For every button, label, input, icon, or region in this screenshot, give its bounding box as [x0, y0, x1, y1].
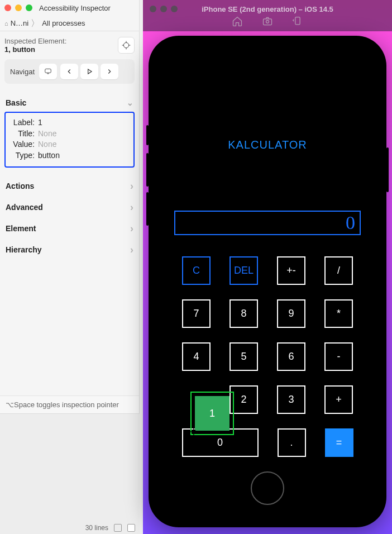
nav-prev-button[interactable] [60, 64, 78, 79]
traffic-lights [4, 4, 32, 11]
inspector-body: Inspected Element: 1, button Navigat [0, 31, 139, 395]
chevron-right-icon: › [130, 202, 133, 212]
screenshot-icon[interactable] [262, 16, 273, 27]
sim-zoom-button[interactable] [171, 6, 178, 12]
section-advanced[interactable]: Advanced› [4, 197, 135, 218]
chevron-right-icon: › [130, 245, 133, 255]
close-window-button[interactable] [4, 4, 11, 11]
status-icon-2[interactable] [127, 524, 135, 532]
basic-row-value: Value:None [11, 139, 128, 150]
svg-rect-5 [45, 69, 51, 73]
svg-rect-7 [264, 18, 272, 25]
key-9[interactable]: 9 [277, 299, 305, 328]
key-6[interactable]: 6 [277, 342, 305, 371]
section-element[interactable]: Element› [4, 218, 135, 239]
section-basic-header[interactable]: Basic ⌄ [4, 94, 135, 112]
chevron-down-icon: ⌄ [127, 98, 133, 107]
play-icon [85, 68, 93, 75]
simulator-titlebar: iPhone SE (2nd generation) – iOS 14.5 [143, 0, 392, 31]
phone-frame: KALCULATOR 0 C DEL +- / 7 8 9 * 4 [149, 36, 386, 527]
simulator-title: iPhone SE (2nd generation) – iOS 14.5 [202, 5, 333, 13]
key-minus[interactable]: - [324, 342, 353, 371]
rotate-icon[interactable] [292, 16, 303, 27]
app-title: KALCULATOR [159, 139, 376, 151]
speak-button[interactable] [39, 64, 57, 79]
chevron-right-icon: 〉 [31, 19, 40, 28]
inspected-element-row: Inspected Element: 1, button [4, 37, 135, 54]
mute-switch [146, 125, 149, 145]
key-dot[interactable]: . [278, 428, 306, 457]
basic-properties-box: Label:1 Title:None Value:None Type:butto… [4, 112, 135, 168]
breadcrumb[interactable]: ⌂ N…ni 〉 All processes [0, 16, 139, 31]
crosshair-icon [122, 41, 131, 50]
target-picker-button[interactable] [118, 37, 135, 54]
editor-status: 30 lines [85, 524, 135, 532]
home-icon[interactable] [232, 16, 243, 27]
key-multiply[interactable]: * [324, 299, 353, 328]
chevron-right-icon [106, 68, 113, 75]
inspected-label: Inspected Element: [4, 37, 66, 45]
volume-up [146, 153, 149, 187]
inspector-panel: Accessibility Inspector ⌂ N…ni 〉 All pro… [0, 0, 140, 413]
svg-point-8 [266, 20, 269, 23]
nav-next-button[interactable] [101, 64, 118, 79]
zoom-window-button[interactable] [26, 4, 32, 11]
key-2[interactable]: 2 [230, 385, 258, 414]
chevron-left-icon [65, 68, 73, 75]
sim-minimize-button[interactable] [160, 6, 167, 12]
chevron-right-icon: › [130, 223, 133, 233]
key-7[interactable]: 7 [182, 299, 211, 328]
key-plus[interactable]: + [324, 385, 353, 414]
status-icon-1[interactable] [114, 524, 122, 532]
speech-bubble-icon [44, 68, 52, 75]
navigation-label: Navigat [9, 68, 36, 76]
key-equals[interactable]: = [325, 428, 353, 457]
power-button [386, 147, 389, 192]
basic-row-type: Type:button [11, 150, 128, 161]
section-basic-label: Basic [6, 98, 26, 107]
simulator-window: iPhone SE (2nd generation) – iOS 14.5 KA… [143, 0, 392, 534]
line-count: 30 lines [85, 524, 108, 532]
key-plusminus[interactable]: +- [277, 256, 305, 285]
inspected-value: 1, button [4, 45, 66, 54]
section-actions[interactable]: Actions› [4, 175, 135, 197]
key-divide[interactable]: / [324, 256, 353, 285]
editor-lower-strip: 30 lines [0, 413, 140, 534]
simulator-toolbar [232, 16, 303, 27]
keypad: C DEL +- / 7 8 9 * 4 5 6 - 2 [172, 256, 363, 457]
navigation-bar: Navigat [4, 59, 135, 84]
nav-play-button[interactable] [80, 64, 98, 79]
phone-screen: KALCULATOR 0 C DEL +- / 7 8 9 * 4 [159, 61, 376, 460]
inspector-title: Accessibility Inspector [39, 4, 111, 12]
basic-row-label: Label:1 [11, 117, 128, 128]
key-0[interactable]: 0 [182, 428, 259, 457]
basic-row-title: Title:None [11, 128, 128, 140]
key-4[interactable]: 4 [182, 342, 211, 371]
section-hierarchy[interactable]: Hierarchy› [4, 239, 135, 260]
footer-note: ⌥Space toggles inspection pointer [0, 395, 139, 413]
sim-traffic-lights [150, 6, 178, 12]
key-delete[interactable]: DEL [230, 256, 258, 285]
key-1-selected-slot [182, 385, 211, 414]
svg-marker-6 [88, 69, 92, 74]
calculator-display: 0 [174, 211, 361, 235]
svg-rect-9 [295, 17, 300, 24]
svg-point-0 [123, 42, 128, 47]
breadcrumb-app: N…ni [11, 19, 29, 27]
home-button[interactable] [251, 471, 284, 505]
inspector-titlebar: Accessibility Inspector [0, 0, 139, 16]
chevron-right-icon: › [130, 181, 133, 191]
key-clear[interactable]: C [182, 256, 211, 285]
key-3[interactable]: 3 [277, 385, 305, 414]
sim-close-button[interactable] [150, 6, 156, 12]
key-8[interactable]: 8 [230, 299, 258, 328]
minimize-window-button[interactable] [15, 4, 22, 11]
volume-down [146, 192, 149, 226]
key-5[interactable]: 5 [230, 342, 258, 371]
app-icon: ⌂ [4, 20, 8, 27]
phone-bezel: KALCULATOR 0 C DEL +- / 7 8 9 * 4 [155, 42, 380, 521]
display-value: 0 [346, 212, 355, 233]
breadcrumb-process: All processes [42, 19, 85, 27]
